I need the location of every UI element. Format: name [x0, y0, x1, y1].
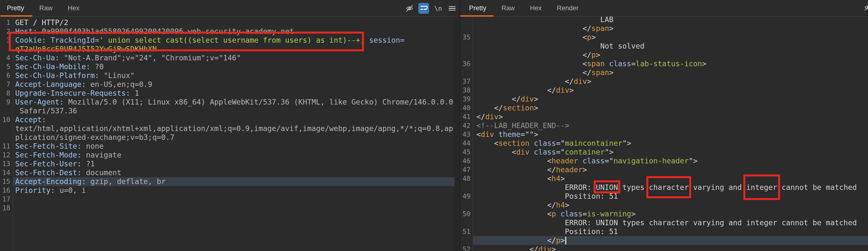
code-line[interactable]: </div>	[476, 112, 503, 121]
line-number: 42	[460, 121, 470, 130]
code-line[interactable]: <span class=lab-status-icon>	[476, 59, 706, 68]
code-line[interactable]: </div>	[476, 86, 574, 95]
line-number: 17	[0, 195, 10, 204]
response-editor[interactable]: LAB </span> <p> Not solved </p> <span cl…	[476, 0, 868, 251]
code-line[interactable]: <div theme="">	[476, 130, 538, 139]
line-number: 18	[0, 204, 10, 213]
line-number: 15	[0, 177, 10, 186]
code-line[interactable]: </div>	[476, 95, 538, 104]
line-number: 16	[0, 186, 10, 195]
line-number: 7	[0, 80, 10, 89]
line-number: 35	[460, 33, 470, 42]
code-line[interactable]: </header>	[476, 165, 587, 174]
line-number: 13	[0, 160, 10, 168]
code-line[interactable]: <div class="container">	[476, 148, 614, 157]
line-number: 5	[0, 62, 10, 71]
line-number: 39	[460, 95, 470, 104]
code-line[interactable]: Sec-Fetch-Mode: navigate	[15, 151, 121, 160]
response-panel: Pretty Raw Hex Render 353637383940414243…	[460, 0, 868, 251]
code-line[interactable]: text/html,application/xhtml+xml,applicat…	[15, 124, 453, 133]
annotation-box-cookie	[9, 32, 364, 51]
code-line[interactable]: </div>	[476, 77, 591, 86]
code-line[interactable]: </p>	[476, 51, 600, 59]
code-line[interactable]: ERROR: UNION types character varying and…	[476, 183, 857, 192]
line-number: 12	[0, 151, 10, 160]
line-number: 8	[0, 89, 10, 97]
visibility-off-icon[interactable]	[863, 2, 868, 13]
code-line[interactable]: </section>	[476, 104, 538, 112]
request-panel: Pretty Raw Hex \n 123456789101112131415	[0, 0, 460, 251]
line-number: 6	[0, 71, 10, 80]
line-number: 37	[460, 77, 470, 86]
text-caret	[565, 237, 566, 244]
code-line[interactable]: LAB	[476, 15, 614, 24]
code-line[interactable]: Sec-Ch-Ua-Mobile: ?0	[15, 62, 103, 71]
code-line[interactable]: Priority: u=0, i	[15, 186, 86, 195]
line-number: 38	[460, 86, 470, 95]
code-line[interactable]: </p>	[476, 236, 566, 245]
code-line[interactable]: ERROR: UNION types character varying and…	[476, 218, 857, 227]
code-line[interactable]: </span>	[476, 24, 614, 33]
code-line[interactable]: Upgrade-Insecure-Requests: 1	[15, 89, 139, 97]
line-number: 49	[460, 192, 470, 201]
code-line[interactable]: Accept-Language: en-US,en;q=0.9	[15, 80, 152, 89]
code-line[interactable]: Not solved	[476, 42, 644, 51]
line-number: 48	[460, 174, 470, 183]
code-line[interactable]: Sec-Ch-Ua: "Not-A.Brand";v="24", "Chromi…	[15, 54, 241, 62]
annotation-box-word: character	[649, 183, 689, 192]
code-line[interactable]: </h4>	[476, 201, 569, 210]
line-number: 9	[0, 97, 10, 107]
code-line[interactable]: Sec-Fetch-User: ?1	[15, 160, 95, 168]
line-number: 10	[0, 115, 10, 124]
line-number: 14	[0, 168, 10, 177]
line-number: 11	[0, 142, 10, 151]
line-number: 4	[0, 54, 10, 62]
code-line[interactable]: Sec-Fetch-Site: none	[15, 142, 103, 151]
response-gutter-divider	[473, 17, 473, 251]
annotation-box-word: UNION	[596, 183, 618, 192]
code-line[interactable]: Accept:	[15, 115, 51, 124]
line-number: 52	[460, 245, 470, 251]
code-line[interactable]: plication/signed-exchange;v=b3;q=0.7	[15, 133, 175, 142]
code-line[interactable]: Accept-Encoding: gzip, deflate, br	[15, 177, 165, 186]
code-line[interactable]: Sec-Ch-Ua-Platform: "Linux"	[15, 71, 135, 80]
code-line[interactable]: Sec-Fetch-Dest: document	[15, 168, 121, 177]
line-number: 45	[460, 148, 470, 157]
code-line[interactable]: <p>	[476, 33, 596, 42]
line-number: 46	[460, 157, 470, 165]
code-line[interactable]: Safari/537.36	[15, 107, 77, 115]
code-line[interactable]: GET / HTTP/2	[15, 18, 68, 27]
line-number: 41	[460, 112, 470, 121]
line-number: 44	[460, 139, 470, 148]
line-number: 47	[460, 165, 470, 174]
code-line[interactable]: <section class="maincontainer">	[476, 139, 631, 148]
line-number: 36	[460, 59, 470, 68]
code-line[interactable]: <!--LAB_HEADER_END-->	[476, 121, 569, 130]
code-line[interactable]: User-Agent: Mozilla/5.0 (X11; Linux x86_…	[15, 97, 453, 107]
line-number: 51	[460, 227, 470, 236]
line-number: 1	[0, 18, 10, 27]
annotation-box-word: integer	[746, 183, 777, 192]
code-line[interactable]: <header class="navigation-header">	[476, 157, 698, 165]
line-number: 43	[460, 130, 470, 139]
request-gutter-divider	[13, 17, 13, 251]
code-line[interactable]: <h4>	[476, 174, 565, 183]
burp-message-editor: { "request_panel": { "tabs": [ {"label":…	[0, 0, 868, 251]
line-number: 40	[460, 104, 470, 112]
code-line[interactable]: </span>	[476, 68, 614, 77]
code-line[interactable]: Position: 51	[476, 227, 618, 236]
line-number: 50	[460, 210, 470, 218]
code-line[interactable]: </div>	[476, 245, 556, 251]
code-line[interactable]: <p class=is-warning>	[476, 210, 636, 218]
